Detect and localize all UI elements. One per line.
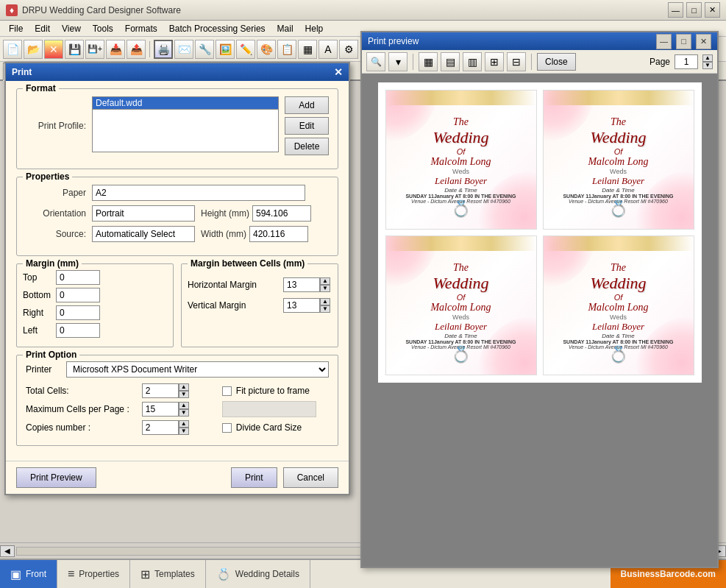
pp-close-btn[interactable]: Close <box>537 53 576 71</box>
pp-view4[interactable]: ⊞ <box>485 52 504 71</box>
total-cells-spinner: ▲ ▼ <box>179 383 189 398</box>
pp-maximize[interactable]: □ <box>676 34 691 49</box>
tool5[interactable]: ✏️ <box>236 40 255 59</box>
paper-input[interactable] <box>92 185 305 201</box>
scroll-left[interactable]: ◀ <box>0 545 15 557</box>
profile-input[interactable]: Default.wdd <box>92 96 279 110</box>
export-button[interactable]: 📤 <box>127 40 146 59</box>
pp-view3[interactable]: ▥ <box>463 52 482 71</box>
pp-view1[interactable]: ▦ <box>419 52 438 71</box>
h-margin-down[interactable]: ▼ <box>320 285 330 292</box>
max-cells-up[interactable]: ▲ <box>179 402 189 409</box>
menu-view[interactable]: View <box>56 22 87 35</box>
width-input[interactable] <box>249 226 308 242</box>
max-cells-input[interactable] <box>142 402 179 417</box>
card-4-text: The Wedding Of Malcolm Long Weds Leilani… <box>563 262 673 350</box>
tool6[interactable]: 🎨 <box>257 40 276 59</box>
card-4-wedding: Wedding <box>563 274 673 293</box>
card-1-the: The <box>405 116 516 128</box>
new-button[interactable]: 📄 <box>3 40 22 59</box>
right-input[interactable] <box>56 305 100 320</box>
max-cells-down[interactable]: ▼ <box>179 409 189 417</box>
print-button[interactable]: Print <box>231 467 277 488</box>
menu-mail[interactable]: Mail <box>271 22 299 35</box>
height-label: Height (mm) <box>201 208 249 219</box>
bottom-tab-properties[interactable]: ≡ Properties <box>57 560 130 588</box>
pp-close[interactable]: ✕ <box>696 34 711 49</box>
copies-up[interactable]: ▲ <box>179 420 189 428</box>
copies-down[interactable]: ▼ <box>179 428 189 435</box>
pp-view2[interactable]: ▤ <box>441 52 460 71</box>
height-input[interactable] <box>252 205 311 222</box>
close-button[interactable]: ✕ <box>705 2 720 18</box>
bottom-tab-front[interactable]: ▣ Front <box>0 560 57 588</box>
card-3-wedding: Wedding <box>405 274 516 293</box>
top-input[interactable] <box>56 270 100 285</box>
card-3: The Wedding Of Malcolm Long Weds Leilani… <box>385 235 537 375</box>
tool10[interactable]: ⚙ <box>339 40 358 59</box>
pp-page-up[interactable]: ▲ <box>702 54 713 62</box>
total-cells-up[interactable]: ▲ <box>179 383 189 391</box>
menu-file[interactable]: File <box>3 22 29 35</box>
bottom-tab-wedding-details[interactable]: 💍 Wedding Details <box>206 560 310 588</box>
pp-page-down[interactable]: ▼ <box>702 62 713 69</box>
copies-input[interactable] <box>142 420 179 435</box>
email-button[interactable]: ✉️ <box>174 40 193 59</box>
total-cells-input[interactable] <box>142 383 179 398</box>
menu-formats[interactable]: Formats <box>119 22 163 35</box>
total-cells-down[interactable]: ▼ <box>179 391 189 398</box>
margin-box: Margin (mm) Top Bottom Right Left <box>16 263 174 347</box>
tool3[interactable]: 🔧 <box>195 40 214 59</box>
add-button[interactable]: Add <box>285 96 329 114</box>
pp-page-input[interactable] <box>675 54 698 69</box>
format-group-label: Format <box>23 83 59 93</box>
dialog-close-icon[interactable]: ✕ <box>334 66 343 78</box>
paper-row: Paper <box>26 185 329 201</box>
v-margin-input[interactable] <box>283 298 320 313</box>
menu-tools[interactable]: Tools <box>87 22 119 35</box>
print-option-label: Print Option <box>23 350 79 360</box>
tool7[interactable]: 📋 <box>277 40 296 59</box>
tool8[interactable]: ▦ <box>298 40 317 59</box>
h-margin-up[interactable]: ▲ <box>320 277 330 285</box>
bottom-input[interactable] <box>56 288 100 302</box>
menu-batch[interactable]: Batch Processing Series <box>163 22 271 35</box>
maximize-button[interactable]: □ <box>686 2 702 18</box>
orientation-input[interactable] <box>92 205 195 222</box>
open-button[interactable]: 📂 <box>24 40 43 59</box>
import-button[interactable]: 📥 <box>106 40 125 59</box>
v-margin-down[interactable]: ▼ <box>320 305 330 313</box>
dialog-footer: Print Preview Print Cancel <box>6 461 349 494</box>
printer-select[interactable]: Microsoft XPS Document Writer <box>66 361 329 378</box>
pp-minimize[interactable]: — <box>656 34 672 49</box>
pp-search-btn[interactable]: 🔍 <box>366 52 385 71</box>
left-input[interactable] <box>56 323 100 338</box>
fit-picture-checkbox[interactable] <box>222 386 232 396</box>
bottom-tab-templates[interactable]: ⊞ Templates <box>130 560 206 588</box>
menu-help[interactable]: Help <box>299 22 330 35</box>
image-button[interactable]: 🖼️ <box>216 40 235 59</box>
source-input[interactable] <box>92 226 195 242</box>
divide-card-checkbox[interactable] <box>222 423 232 433</box>
pp-page-spinner: ▲ ▼ <box>702 54 713 69</box>
print-preview-button[interactable]: Print Preview <box>16 467 96 488</box>
save-as-button[interactable]: 💾+ <box>85 40 104 59</box>
edit-button[interactable]: Edit <box>285 117 329 135</box>
profile-container: Default.wdd Add Edit Delete <box>92 96 329 155</box>
save-button[interactable]: 💾 <box>65 40 84 59</box>
delete-button[interactable]: Delete <box>285 138 329 155</box>
card-1-name1: Malcolm Long <box>405 156 516 168</box>
v-margin-up[interactable]: ▲ <box>320 298 330 305</box>
pp-dropdown[interactable]: ▾ <box>388 52 408 71</box>
minimize-button[interactable]: — <box>668 2 683 18</box>
pp-view5[interactable]: ⊟ <box>507 52 526 71</box>
close-doc-button[interactable]: ✕ <box>44 40 63 59</box>
h-margin-input[interactable] <box>283 277 320 292</box>
pp-toolbar: 🔍 ▾ ▦ ▤ ▥ ⊞ ⊟ Close Page ▲ ▼ <box>362 50 717 74</box>
bottom-row: Bottom <box>23 288 167 302</box>
cancel-button[interactable]: Cancel <box>283 467 338 488</box>
tool9[interactable]: A <box>318 40 338 59</box>
print-button[interactable]: 🖨️ <box>154 40 173 59</box>
menu-edit[interactable]: Edit <box>29 22 56 35</box>
total-cells-label: Total Cells: <box>26 386 136 396</box>
